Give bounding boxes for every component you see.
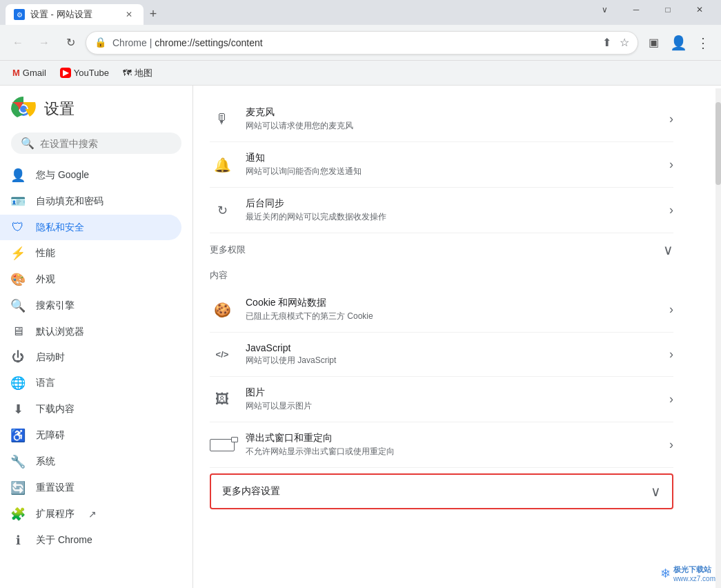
sidebar-item-reset[interactable]: 🔄 重置设置	[0, 475, 181, 501]
settings-item-cookies[interactable]: 🍪 Cookie 和网站数据 已阻止无痕模式下的第三方 Cookie ›	[210, 287, 673, 333]
images-title: 图片	[246, 386, 658, 399]
more-content-chevron-icon: ∨	[651, 483, 661, 500]
tab-title: 设置 - 网站设置	[30, 8, 92, 21]
search-engine-icon: 🔍	[11, 298, 25, 313]
sidebar-item-accessibility[interactable]: ♿ 无障碍	[0, 422, 181, 449]
sidebar-item-performance[interactable]: ⚡ 性能	[0, 240, 181, 266]
sidebar-item-about[interactable]: ℹ 关于 Chrome	[0, 527, 181, 553]
images-desc: 网站可以显示图片	[246, 400, 658, 412]
about-icon: ℹ	[11, 533, 25, 548]
sidebar-label-extensions: 扩展程序	[36, 508, 75, 520]
settings-item-microphone[interactable]: 🎙 麦克风 网站可以请求使用您的麦克风 ›	[210, 97, 673, 142]
microphone-icon: 🎙	[210, 111, 235, 127]
content-inner: 🎙 麦克风 网站可以请求使用您的麦克风 › 🔔 通知 网站可以询问能否向您发送通…	[193, 86, 690, 526]
sidebar-item-autofill[interactable]: 🪪 自动填充和密码	[0, 188, 181, 215]
youtube-icon: ▶	[60, 68, 71, 78]
microphone-arrow-icon: ›	[669, 112, 673, 126]
microphone-text: 麦克风 网站可以请求使用您的麦克风	[246, 106, 658, 132]
sidebar-item-extensions[interactable]: 🧩 扩展程序 ↗	[0, 501, 181, 527]
performance-icon: ⚡	[11, 246, 25, 261]
search-container: 🔍	[0, 133, 192, 162]
notifications-text: 通知 网站可以询问能否向您发送通知	[246, 152, 658, 177]
bookmark-maps[interactable]: 🗺 地图	[117, 64, 158, 82]
content-area: 🎙 麦克风 网站可以请求使用您的麦克风 › 🔔 通知 网站可以询问能否向您发送通…	[193, 86, 721, 588]
active-tab[interactable]: ⚙ 设置 - 网站设置 ✕	[6, 4, 144, 25]
settings-item-images[interactable]: 🖼 图片 网站可以显示图片 ›	[210, 377, 673, 422]
settings-item-notifications[interactable]: 🔔 通知 网站可以询问能否向您发送通知 ›	[210, 142, 673, 188]
omnibar: ← → ↻ 🔒 Chrome | chrome://settings/conte…	[0, 25, 721, 61]
sidebar-label-default-browser: 默认浏览器	[36, 326, 84, 338]
bookmarks-bar: M Gmail ▶ YouTube 🗺 地图	[0, 61, 721, 86]
sidebar: 设置 🔍 👤 您与 Google 🪪 自动填充和密码 🛡 隐私和安全	[0, 86, 193, 588]
javascript-text: JavaScript 网站可以使用 JavaScript	[246, 342, 658, 366]
address-bar[interactable]: 🔒 Chrome | chrome://settings/content ⬆ ☆	[86, 31, 638, 55]
images-icon: 🖼	[210, 391, 235, 407]
url-scheme: Chrome |	[112, 37, 155, 48]
sidebar-item-languages[interactable]: 🌐 语言	[0, 370, 181, 396]
background-sync-arrow-icon: ›	[669, 203, 673, 217]
search-input[interactable]	[40, 138, 172, 149]
sidebar-item-search-engine[interactable]: 🔍 搜索引擎	[0, 293, 181, 319]
content-section-label: 内容	[210, 261, 673, 287]
bookmark-gmail[interactable]: M Gmail	[7, 65, 52, 81]
sidebar-item-startup[interactable]: ⏻ 启动时	[0, 344, 181, 370]
external-link-icon: ↗	[88, 509, 97, 520]
cookies-text: Cookie 和网站数据 已阻止无痕模式下的第三方 Cookie	[246, 297, 658, 322]
menu-button[interactable]: ⋮	[692, 32, 714, 54]
main-layout: 设置 🔍 👤 您与 Google 🪪 自动填充和密码 🛡 隐私和安全	[0, 86, 721, 588]
share-icon[interactable]: ⬆	[602, 36, 611, 49]
back-button[interactable]: ←	[7, 32, 29, 54]
profile-button[interactable]: 👤	[667, 32, 689, 54]
cookies-icon: 🍪	[210, 302, 235, 318]
scrollbar-thumb[interactable]	[715, 102, 721, 185]
sidebar-item-default-browser[interactable]: 🖥 默认浏览器	[0, 319, 181, 344]
microphone-desc: 网站可以请求使用您的麦克风	[246, 120, 658, 132]
sidebar-label-system: 系统	[36, 455, 55, 468]
settings-item-popups[interactable]: 弹出式窗口和重定向 不允许网站显示弹出式窗口或使用重定向 ›	[210, 422, 673, 468]
search-box[interactable]: 🔍	[11, 133, 181, 154]
settings-item-background-sync[interactable]: ↻ 后台同步 最近关闭的网站可以完成数据收发操作 ›	[210, 188, 673, 233]
sidebar-item-privacy[interactable]: 🛡 隐私和安全	[0, 215, 181, 240]
popups-icon	[210, 439, 235, 451]
sidebar-label-downloads: 下载内容	[36, 403, 75, 415]
bookmark-youtube[interactable]: ▶ YouTube	[55, 65, 115, 81]
tab-close-button[interactable]: ✕	[123, 8, 135, 21]
more-content-settings-section[interactable]: 更多内容设置 ∨	[210, 473, 673, 509]
autofill-icon: 🪪	[11, 194, 25, 209]
reload-button[interactable]: ↻	[59, 32, 81, 54]
chevron-down-button[interactable]: ∨	[589, 0, 620, 19]
notifications-title: 通知	[246, 152, 658, 164]
gmail-icon: M	[12, 68, 20, 78]
settings-item-javascript[interactable]: </> JavaScript 网站可以使用 JavaScript ›	[210, 333, 673, 377]
popups-title: 弹出式窗口和重定向	[246, 432, 658, 444]
watermark: ❄ 极光下载站 www.xz7.com	[660, 565, 715, 582]
new-tab-button[interactable]: +	[144, 4, 163, 23]
more-permissions-section[interactable]: 更多权限 ∨	[210, 233, 673, 261]
address-actions: ⬆ ☆	[602, 36, 629, 49]
sidebar-header: 设置	[0, 97, 192, 133]
permissions-items: 🎙 麦克风 网站可以请求使用您的麦克风 › 🔔 通知 网站可以询问能否向您发送通…	[210, 97, 673, 233]
star-icon[interactable]: ☆	[620, 36, 629, 49]
omnibar-right: ▣ 👤 ⋮	[642, 32, 714, 54]
sidebar-item-google-account[interactable]: 👤 您与 Google	[0, 162, 181, 188]
sidebar-item-downloads[interactable]: ⬇ 下载内容	[0, 396, 181, 422]
appearance-icon: 🎨	[11, 272, 25, 287]
window-controls: ∨ ─ □ ✕	[589, 0, 715, 19]
sidebar-toggle-button[interactable]: ▣	[642, 32, 664, 54]
maximize-button[interactable]: □	[652, 0, 684, 19]
images-text: 图片 网站可以显示图片	[246, 386, 658, 412]
tab-favicon: ⚙	[14, 9, 25, 20]
close-button[interactable]: ✕	[684, 0, 715, 19]
more-permissions-label: 更多权限	[210, 244, 246, 256]
sidebar-label-languages: 语言	[36, 377, 55, 389]
google-account-icon: 👤	[11, 168, 25, 183]
maps-label: 地图	[135, 67, 152, 79]
minimize-button[interactable]: ─	[620, 0, 652, 19]
forward-button[interactable]: →	[33, 32, 55, 54]
sidebar-item-appearance[interactable]: 🎨 外观	[0, 266, 181, 293]
notifications-arrow-icon: ›	[669, 157, 673, 172]
background-sync-desc: 最近关闭的网站可以完成数据收发操作	[246, 211, 658, 223]
sidebar-item-system[interactable]: 🔧 系统	[0, 449, 181, 475]
watermark-icon: ❄	[660, 566, 671, 581]
chrome-logo-icon	[11, 97, 36, 121]
